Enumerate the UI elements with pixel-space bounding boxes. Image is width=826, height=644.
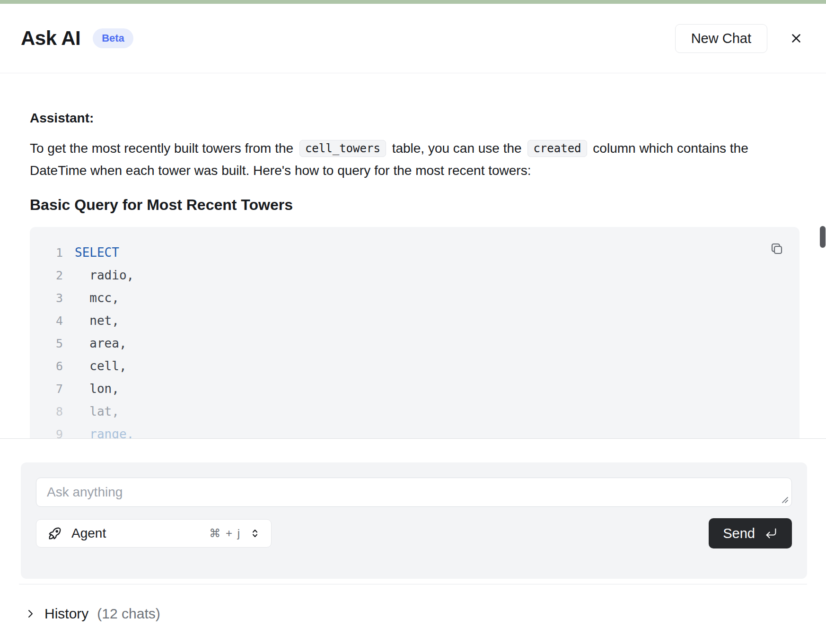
inline-code-chip: cell_towers xyxy=(299,140,386,157)
code-line-1: 1SELECT xyxy=(30,241,800,264)
paragraph-text: To get the most recently built towers fr… xyxy=(30,141,297,156)
new-chat-button[interactable]: New Chat xyxy=(675,24,767,53)
page-title: Ask AI xyxy=(21,27,80,50)
chevron-up-down-icon xyxy=(249,528,261,539)
assistant-paragraph: To get the most recently built towers fr… xyxy=(30,138,796,182)
code-text: mcc, xyxy=(75,291,119,305)
line-number: 2 xyxy=(30,269,63,282)
code-text: cell, xyxy=(75,359,127,373)
code-text: radio, xyxy=(75,268,134,282)
line-number: 8 xyxy=(30,405,63,418)
code-text: SELECT xyxy=(75,245,119,260)
header-title-group: Ask AI Beta xyxy=(21,27,133,50)
code-line-4: 4 net, xyxy=(30,309,800,332)
mode-label: Agent xyxy=(71,526,106,541)
code-line-2: 2 radio, xyxy=(30,264,800,287)
top-accent-bar xyxy=(0,0,826,4)
code-line-6: 6 cell, xyxy=(30,355,800,377)
divider xyxy=(19,584,807,584)
chevron-right-icon xyxy=(25,608,36,619)
section-heading: Basic Query for Most Recent Towers xyxy=(30,196,800,214)
code-line-7: 7 lon, xyxy=(30,377,800,400)
line-number: 3 xyxy=(30,291,63,305)
code-line-8: 8 lat, xyxy=(30,400,800,423)
code-text: area, xyxy=(75,336,127,350)
return-key-icon xyxy=(764,527,778,540)
sql-code-block: 1SELECT2 radio,3 mcc,4 net,5 area,6 cell… xyxy=(30,227,800,439)
line-number: 4 xyxy=(30,314,63,328)
composer-panel: Agent ⌘ + j Send xyxy=(21,462,807,579)
code-text: lon, xyxy=(75,382,119,396)
ask-ai-panel: Ask AI Beta New Chat Assistant: To get t… xyxy=(0,0,826,644)
history-label: History xyxy=(44,606,88,622)
code-lines: 1SELECT2 radio,3 mcc,4 net,5 area,6 cell… xyxy=(30,241,800,439)
assistant-role-label: Assistant: xyxy=(30,110,800,126)
code-line-5: 5 area, xyxy=(30,332,800,355)
ask-input[interactable] xyxy=(36,478,792,507)
copy-icon xyxy=(770,242,784,256)
history-toggle[interactable]: History (12 chats) xyxy=(25,601,160,626)
agent-mode-selector[interactable]: Agent ⌘ + j xyxy=(36,519,272,548)
paragraph-text: table, you can use the xyxy=(388,141,526,156)
code-line-3: 3 mcc, xyxy=(30,287,800,309)
beta-badge: Beta xyxy=(93,28,133,48)
line-number: 6 xyxy=(30,359,63,373)
rocket-icon xyxy=(47,525,63,541)
line-number: 1 xyxy=(30,246,63,260)
send-label: Send xyxy=(723,526,755,541)
inline-code-chip: created xyxy=(527,140,587,157)
line-number: 5 xyxy=(30,337,63,350)
code-text: net, xyxy=(75,313,119,328)
header: Ask AI Beta New Chat xyxy=(0,4,826,73)
send-button[interactable]: Send xyxy=(709,518,792,548)
history-count: (12 chats) xyxy=(97,606,160,622)
scrollbar-thumb[interactable] xyxy=(820,226,826,248)
code-line-9: 9 range, xyxy=(30,423,800,439)
composer-toolbar: Agent ⌘ + j Send xyxy=(36,518,792,548)
close-button[interactable] xyxy=(787,29,805,47)
code-text: range, xyxy=(75,427,134,439)
resize-handle-icon[interactable] xyxy=(779,494,789,504)
message-scroll-area[interactable]: Assistant: To get the most recently buil… xyxy=(0,73,826,439)
code-text: lat, xyxy=(75,404,119,418)
close-icon xyxy=(789,31,803,45)
line-number: 9 xyxy=(30,427,63,439)
header-actions: New Chat xyxy=(675,24,805,53)
ask-input-wrap xyxy=(36,478,792,507)
keyboard-shortcut: ⌘ + j xyxy=(209,527,241,540)
copy-code-button[interactable] xyxy=(766,238,787,259)
line-number: 7 xyxy=(30,382,63,396)
